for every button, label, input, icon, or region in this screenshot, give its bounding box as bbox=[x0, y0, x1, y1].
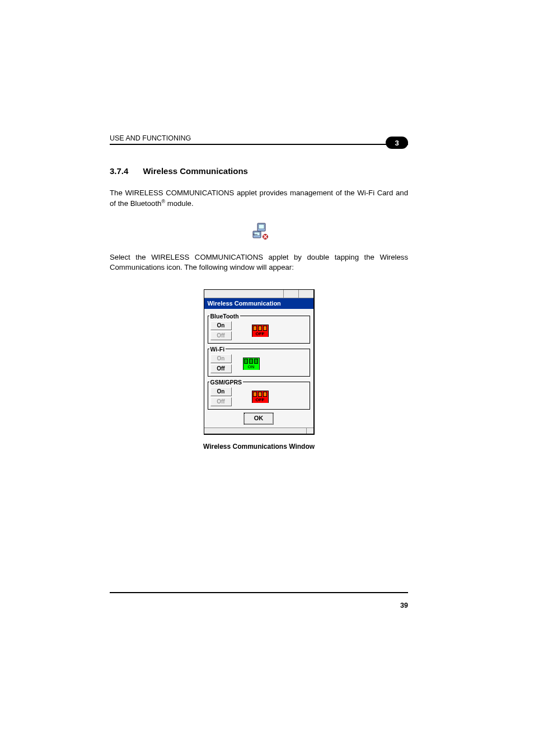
footer-rule bbox=[110, 592, 408, 593]
section-title: Wireless Communications bbox=[143, 166, 248, 176]
legend-bluetooth: BlueTooth bbox=[209, 313, 240, 320]
paragraph-1a: The WIRELESS COMMUNICATIONS applet provi… bbox=[110, 189, 408, 208]
bluetooth-indicator-icon: OFF bbox=[252, 325, 269, 337]
resize-grip-icon bbox=[306, 428, 313, 434]
wireless-dialog: Wireless Communication BlueTooth On Off … bbox=[204, 289, 315, 435]
row-wifi: On Off ON bbox=[210, 354, 307, 373]
page-number: 39 bbox=[400, 602, 408, 609]
svg-rect-3 bbox=[259, 224, 264, 229]
figure: Wireless Communication BlueTooth On Off … bbox=[110, 289, 408, 435]
page: USE AND FUNCTIONING 3 3.7.4 Wireless Com… bbox=[0, 0, 534, 756]
page-header: USE AND FUNCTIONING 3 bbox=[110, 130, 408, 142]
section-heading: 3.7.4 Wireless Communications bbox=[110, 166, 408, 176]
figure-caption: Wireless Communications Window bbox=[110, 443, 408, 450]
row-gsm: On Off OFF bbox=[210, 387, 307, 406]
section-number: 3.7.4 bbox=[110, 166, 128, 176]
legend-gsm: GSM/GPRS bbox=[209, 379, 243, 386]
row-bluetooth: On Off OFF bbox=[210, 321, 307, 340]
btncol-wifi: On Off bbox=[210, 354, 232, 373]
legend-wifi: Wi-Fi bbox=[209, 346, 226, 353]
header-label: USE AND FUNCTIONING bbox=[110, 134, 191, 142]
paragraph-2: Select the WIRELESS COMMUNICATIONS apple… bbox=[110, 252, 408, 273]
svg-rect-1 bbox=[254, 232, 260, 236]
group-wifi: Wi-Fi On Off ON bbox=[208, 346, 310, 377]
header-badge-wrap: 3 bbox=[386, 130, 408, 142]
paragraph-1b: module. bbox=[165, 199, 194, 208]
ok-row: OK bbox=[207, 413, 311, 424]
btncol-bluetooth: On Off bbox=[210, 321, 232, 340]
gsm-indicator-icon: OFF bbox=[252, 391, 269, 403]
ok-button[interactable]: OK bbox=[244, 413, 273, 424]
gsm-off-button[interactable]: Off bbox=[210, 397, 232, 406]
wifi-on-button[interactable]: On bbox=[210, 354, 232, 363]
dialog-title: Wireless Communication bbox=[204, 298, 313, 309]
bluetooth-on-button[interactable]: On bbox=[210, 321, 232, 330]
btncol-gsm: On Off bbox=[210, 387, 232, 406]
group-bluetooth: BlueTooth On Off OFF bbox=[208, 313, 310, 344]
wifi-indicator-icon: ON bbox=[243, 358, 260, 370]
wifi-off-button[interactable]: Off bbox=[210, 364, 232, 373]
applet-icon-row bbox=[110, 221, 408, 240]
dialog-statusbar bbox=[204, 428, 313, 434]
dialog-menubar bbox=[204, 290, 313, 298]
gsm-on-button[interactable]: On bbox=[210, 387, 232, 396]
header-rule bbox=[110, 144, 408, 145]
bluetooth-off-button[interactable]: Off bbox=[210, 331, 232, 340]
dialog-body: BlueTooth On Off OFF Wi-Fi bbox=[204, 309, 313, 428]
chapter-badge: 3 bbox=[386, 137, 408, 149]
wireless-communications-icon bbox=[250, 221, 269, 240]
group-gsm: GSM/GPRS On Off OFF bbox=[208, 379, 310, 410]
paragraph-1: The WIRELESS COMMUNICATIONS applet provi… bbox=[110, 188, 408, 209]
